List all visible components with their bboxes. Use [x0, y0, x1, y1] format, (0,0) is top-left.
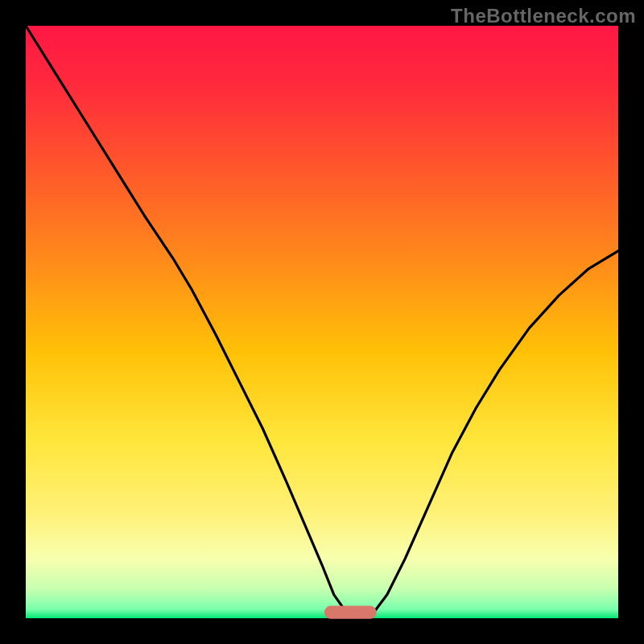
watermark-label: TheBottleneck.com — [451, 5, 636, 27]
optimal-marker — [324, 606, 377, 619]
chart-container: TheBottleneck.com — [0, 0, 644, 644]
plot-background — [26, 26, 618, 618]
bottleneck-chart — [0, 0, 644, 644]
